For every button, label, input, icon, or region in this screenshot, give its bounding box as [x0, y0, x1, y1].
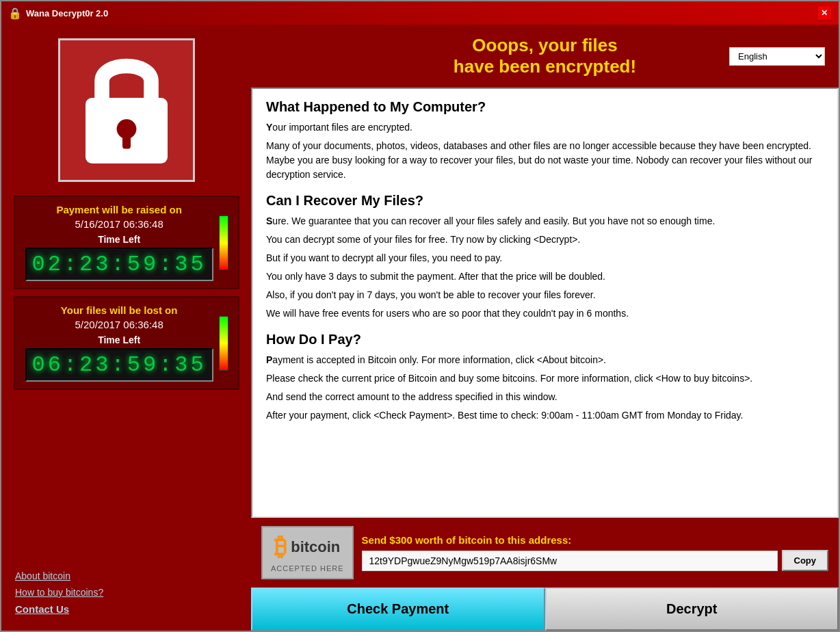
section1-text1: our important files are encrypted.	[272, 122, 412, 133]
section2-p5: Also, if you don't pay in 7 days, you wo…	[266, 288, 824, 302]
content-area: What Happened to My Computer? Your impor…	[251, 88, 839, 518]
language-select[interactable]: English Chinese Spanish French German Ru…	[729, 47, 825, 66]
bitcoin-symbol-icon: ₿	[274, 533, 287, 562]
timer2-label: Time Left	[25, 334, 213, 345]
bitcoin-address-input[interactable]	[362, 551, 778, 571]
section1-heading: What Happened to My Computer?	[266, 99, 824, 115]
bitcoin-right: Send $300 worth of bitcoin to this addre…	[362, 534, 828, 571]
right-panel: Ooops, your files have been encrypted! E…	[251, 25, 839, 631]
timer1-content: Payment will be raised on 5/16/2017 06:3…	[25, 204, 213, 281]
close-button[interactable]: ✕	[817, 5, 832, 21]
header-title: Ooops, your files have been encrypted!	[451, 35, 638, 77]
contact-us-link[interactable]: Contact Us	[15, 603, 237, 615]
title-bar: 🔒 Wana Decrypt0r 2.0 ✕	[1, 1, 839, 25]
bottom-buttons: Check Payment Decrypt	[251, 588, 839, 631]
decrypt-button[interactable]: Decrypt	[545, 588, 839, 631]
main-content: Payment will be raised on 5/16/2017 06:3…	[1, 25, 839, 631]
section3-heading: How Do I Pay?	[266, 332, 824, 347]
svg-rect-2	[122, 131, 131, 148]
how-to-buy-link[interactable]: How to buy bitcoins?	[15, 587, 237, 598]
section3-p3: And send the correct amount to the addre…	[266, 390, 824, 404]
timer2-row: Your files will be lost on 5/20/2017 06:…	[25, 304, 228, 382]
section2-p2: You can decrypt some of your files for f…	[266, 233, 824, 247]
section3-text1: ayment is accepted in Bitcoin only. For …	[272, 354, 606, 365]
timer1-date: 5/16/2017 06:36:48	[25, 218, 213, 230]
timer1-row: Payment will be raised on 5/16/2017 06:3…	[25, 204, 228, 281]
app-icon: 🔒	[8, 7, 22, 20]
timer-box-1: Payment will be raised on 5/16/2017 06:3…	[14, 196, 239, 289]
section2-p3: But if you want to decrypt all your file…	[266, 251, 824, 265]
bitcoin-section: ₿ bitcoin ACCEPTED HERE Send $300 worth …	[251, 518, 839, 588]
links-section: About bitcoin How to buy bitcoins? Conta…	[1, 564, 251, 631]
header-bar: Ooops, your files have been encrypted! E…	[251, 25, 839, 88]
copy-button[interactable]: Copy	[782, 550, 829, 571]
content-wrapper: What Happened to My Computer? Your impor…	[251, 88, 839, 518]
section2-bold: S	[266, 215, 272, 226]
timer2-content: Your files will be lost on 5/20/2017 06:…	[25, 304, 213, 382]
check-payment-button[interactable]: Check Payment	[251, 588, 545, 631]
timer1-progress-bar	[219, 215, 228, 270]
left-panel: Payment will be raised on 5/16/2017 06:3…	[1, 25, 251, 631]
send-label: Send $300 worth of bitcoin to this addre…	[362, 534, 828, 546]
lock-icon	[75, 49, 178, 172]
address-row: Copy	[362, 550, 828, 571]
section2-text1: ure. We guarantee that you can recover a…	[272, 215, 715, 226]
title-bar-left: 🔒 Wana Decrypt0r 2.0	[8, 7, 108, 20]
section1-p1: Your important files are encrypted.	[266, 120, 824, 135]
window-title: Wana Decrypt0r 2.0	[26, 8, 108, 18]
section3-p4: After your payment, click <Check Payment…	[266, 408, 824, 423]
language-wrapper: English Chinese Spanish French German Ru…	[638, 47, 825, 66]
bitcoin-logo-box: ₿ bitcoin ACCEPTED HERE	[261, 526, 354, 579]
section2-heading: Can I Recover My Files?	[266, 193, 824, 209]
section3-p2: Please check the current price of Bitcoi…	[266, 371, 824, 386]
timer2-display: 06:23:59:35	[25, 348, 213, 382]
timer1-display: 02:23:59:35	[25, 248, 213, 281]
section2-p4: You only have 3 days to submit the payme…	[266, 269, 824, 284]
section3-bold: P	[266, 354, 272, 365]
timer2-date: 5/20/2017 06:36:48	[25, 319, 213, 330]
main-window: 🔒 Wana Decrypt0r 2.0 ✕ Payment wil	[0, 0, 840, 632]
section2-p6: We will have free events for users who a…	[266, 306, 824, 321]
lock-image	[58, 38, 195, 182]
section3-p1: Payment is accepted in Bitcoin only. For…	[266, 353, 824, 367]
timer1-warning: Payment will be raised on	[25, 204, 213, 215]
section2-p1: Sure. We guarantee that you can recover …	[266, 214, 824, 228]
section1-p2: Many of your documents, photos, videos, …	[266, 139, 824, 182]
timer2-progress-bar	[219, 316, 228, 371]
bitcoin-logo-row: ₿ bitcoin	[274, 533, 340, 562]
timer-box-2: Your files will be lost on 5/20/2017 06:…	[14, 296, 239, 390]
bitcoin-subtext: ACCEPTED HERE	[271, 564, 344, 572]
timer1-label: Time Left	[25, 234, 213, 245]
bitcoin-logo-text: bitcoin	[291, 538, 340, 556]
section1-bold: Y	[266, 122, 272, 133]
about-bitcoin-link[interactable]: About bitcoin	[15, 570, 237, 581]
timer2-warning: Your files will be lost on	[25, 304, 213, 316]
